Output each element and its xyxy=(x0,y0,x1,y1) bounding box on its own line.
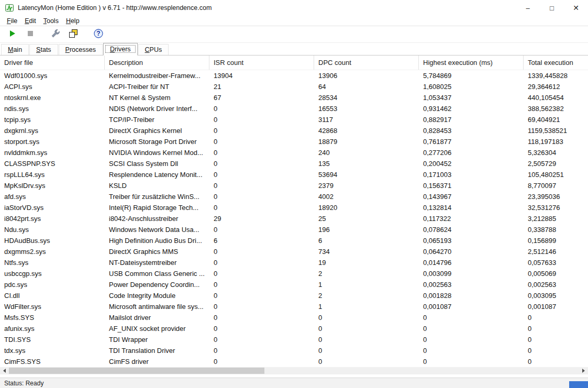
tab[interactable]: CPUs xyxy=(138,44,169,55)
column-header[interactable]: DPC count xyxy=(314,56,419,70)
window-controls: – □ ✕ xyxy=(516,0,588,16)
maximize-button[interactable]: □ xyxy=(540,0,564,16)
scroll-right-arrow-icon[interactable] xyxy=(579,367,588,374)
cell-highest-execution: 0,156371 xyxy=(419,182,524,190)
cell-dpc-count: 0 xyxy=(314,314,419,322)
scrollbar-thumb[interactable] xyxy=(9,368,264,374)
cell-description: KSLD xyxy=(105,182,209,190)
cell-total-execution: 32,531276 xyxy=(524,204,588,212)
column-header[interactable]: ISR count xyxy=(209,56,314,70)
close-button[interactable]: ✕ xyxy=(564,0,588,16)
table-row[interactable]: MpKslDrv.sys KSLD 0 2379 0,156371 8,7700… xyxy=(0,180,588,191)
latencymon-window: LatencyMon (Home Edition ) v 6.71 - http… xyxy=(0,0,588,388)
play-icon xyxy=(8,29,17,40)
table-row[interactable]: pdc.sys Power Dependency Coordin... 0 1 … xyxy=(0,279,588,290)
cell-driver-file: afunix.sys xyxy=(0,325,105,332)
copy-report-button[interactable] xyxy=(66,28,81,41)
table-row[interactable]: usbccgp.sys USB Common Class Generic ...… xyxy=(0,268,588,279)
table-row[interactable]: HDAudBus.sys High Definition Audio Bus D… xyxy=(0,235,588,246)
cell-highest-execution: 0,882917 xyxy=(419,116,524,124)
table-row[interactable]: Wdf01000.sys Kernelmodustreiber-Framew..… xyxy=(0,70,588,81)
cell-highest-execution: 0,002563 xyxy=(419,281,524,289)
cell-total-execution: 23,395036 xyxy=(524,193,588,201)
table-row[interactable]: ntoskrnl.exe NT Kernel & System 67 28534… xyxy=(0,92,588,103)
start-monitor-button[interactable] xyxy=(5,28,20,41)
minimize-button[interactable]: – xyxy=(516,0,540,16)
table-row[interactable]: dxgmms2.sys DirectX Graphics MMS 0 734 0… xyxy=(0,246,588,257)
cell-total-execution: 0,338788 xyxy=(524,226,588,234)
table-row[interactable]: dxgkrnl.sys DirectX Graphics Kernel 0 42… xyxy=(0,125,588,136)
table-row[interactable]: Ndu.sys Windows Network Data Usa... 0 19… xyxy=(0,224,588,235)
cell-isr-count: 0 xyxy=(209,259,314,267)
table-row[interactable]: i8042prt.sys i8042-Anschlusstreiber 29 2… xyxy=(0,213,588,224)
cell-driver-file: CI.dll xyxy=(0,292,105,300)
cell-highest-execution: 0,014796 xyxy=(419,259,524,267)
table-row[interactable]: afunix.sys AF_UNIX socket provider 0 0 0… xyxy=(0,323,588,334)
tab[interactable]: Drivers xyxy=(103,43,138,56)
table-row[interactable]: rspLLL64.sys Resplendence Latency Monit.… xyxy=(0,169,588,180)
cell-isr-count: 0 xyxy=(209,325,314,332)
cell-isr-count: 0 xyxy=(209,314,314,322)
cell-highest-execution: 0 xyxy=(419,314,524,322)
cell-dpc-count: 1 xyxy=(314,281,419,289)
cell-dpc-count: 240 xyxy=(314,149,419,157)
cell-highest-execution: 0 xyxy=(419,358,524,365)
cell-highest-execution: 0,064270 xyxy=(419,248,524,256)
svg-text:?: ? xyxy=(96,30,100,37)
column-header[interactable]: Highest execution (ms) xyxy=(419,56,524,70)
tab[interactable]: Processes xyxy=(59,44,103,55)
tab[interactable]: Main xyxy=(1,44,29,55)
cell-total-execution: 118,197183 xyxy=(524,138,588,146)
horizontal-scrollbar[interactable] xyxy=(0,367,588,374)
help-button[interactable]: ? xyxy=(91,28,106,41)
table-row[interactable]: afd.sys Treiber für zusätzliche WinS... … xyxy=(0,191,588,202)
table-row[interactable]: CI.dll Code Integrity Module 0 2 0,00182… xyxy=(0,290,588,301)
cell-highest-execution: 0,200452 xyxy=(419,160,524,168)
table-row[interactable]: ACPI.sys ACPI-Treiber für NT 21 64 1,608… xyxy=(0,81,588,92)
cell-dpc-count: 135 xyxy=(314,160,419,168)
toolbar: ? xyxy=(0,26,588,43)
table-row[interactable]: Ntfs.sys NT-Dateisystemtreiber 0 19 0,01… xyxy=(0,257,588,268)
menu-item[interactable]: Edit xyxy=(21,17,40,25)
menu-item[interactable]: Tools xyxy=(40,17,62,25)
table-row[interactable]: iaStorVD.sys Intel(R) Rapid Storage Tech… xyxy=(0,202,588,213)
table-row[interactable]: WdFilter.sys Microsoft antimalware file … xyxy=(0,301,588,312)
cell-driver-file: CLASSPNP.SYS xyxy=(0,160,105,168)
tab[interactable]: Stats xyxy=(29,44,58,55)
table-row[interactable]: CimFS.SYS CimFS driver 0 0 0 0 xyxy=(0,356,588,367)
table-row[interactable]: ndis.sys NDIS (Network Driver Interf... … xyxy=(0,103,588,114)
statusbar: Status: Ready xyxy=(0,378,588,388)
table-row[interactable]: Msfs.SYS Mailslot driver 0 0 0 0 xyxy=(0,312,588,323)
cell-isr-count: 67 xyxy=(209,94,314,102)
menu-item[interactable]: File xyxy=(3,17,21,25)
scroll-left-arrow-icon[interactable] xyxy=(0,367,9,374)
cell-highest-execution: 0,001828 xyxy=(419,292,524,300)
table-row[interactable]: TDI.SYS TDI Wrapper 0 0 0 0 xyxy=(0,334,588,345)
cell-dpc-count: 42868 xyxy=(314,127,419,135)
cell-dpc-count: 64 xyxy=(314,83,419,91)
cell-total-execution: 5,326304 xyxy=(524,149,588,157)
cell-total-execution: 0,057633 xyxy=(524,259,588,267)
cell-total-execution: 69,404921 xyxy=(524,116,588,124)
cell-description: Treiber für zusätzliche WinS... xyxy=(105,193,209,201)
cell-driver-file: ndis.sys xyxy=(0,105,105,113)
cell-description: SCSI Class System Dll xyxy=(105,160,209,168)
options-button[interactable] xyxy=(48,28,63,41)
table-row[interactable]: CLASSPNP.SYS SCSI Class System Dll 0 135… xyxy=(0,158,588,169)
stop-monitor-button[interactable] xyxy=(23,28,38,41)
table-row[interactable]: tdx.sys TDI Translation Driver 0 0 0 0 xyxy=(0,345,588,356)
menu-item[interactable]: Help xyxy=(62,17,83,25)
drivers-table: Driver fileDescriptionISR countDPC count… xyxy=(0,56,588,378)
cell-driver-file: pdc.sys xyxy=(0,281,105,289)
table-row[interactable]: tcpip.sys TCP/IP-Treiber 0 3117 0,882917… xyxy=(0,114,588,125)
column-header[interactable]: Description xyxy=(105,56,209,70)
column-header[interactable]: Driver file xyxy=(0,56,105,70)
cell-dpc-count: 6 xyxy=(314,237,419,245)
column-header[interactable]: Total execution xyxy=(524,56,588,70)
cell-total-execution: 0,001087 xyxy=(524,303,588,311)
scrollbar-track[interactable] xyxy=(9,367,579,374)
cell-driver-file: ACPI.sys xyxy=(0,83,105,91)
table-row[interactable]: storport.sys Microsoft Storage Port Driv… xyxy=(0,136,588,147)
table-row[interactable]: nvlddmkm.sys NVIDIA Windows Kernel Mod..… xyxy=(0,147,588,158)
cell-highest-execution: 1,608025 xyxy=(419,83,524,91)
